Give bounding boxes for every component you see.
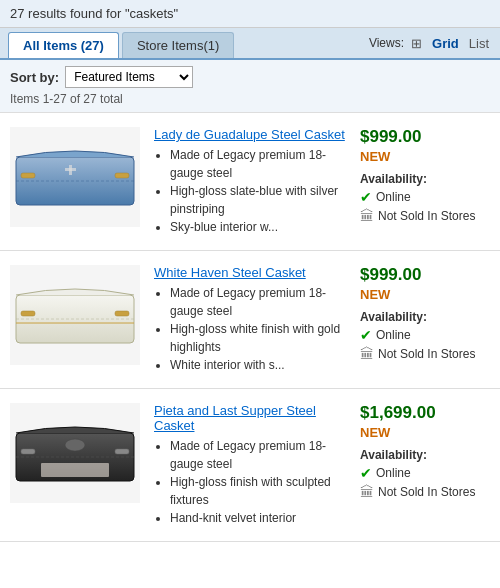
avail-store-row: 🏛 Not Sold In Stores xyxy=(360,208,490,224)
results-text: 27 results found for "caskets" xyxy=(10,6,178,21)
svg-point-15 xyxy=(65,439,85,451)
check-icon: ✔ xyxy=(360,189,372,205)
search-results-header: 27 results found for "caskets" xyxy=(0,0,500,28)
svg-rect-8 xyxy=(21,311,35,316)
avail-store-text: Not Sold In Stores xyxy=(378,209,475,223)
avail-online-text: Online xyxy=(376,466,411,480)
product-item: White Haven Steel Casket Made of Legacy … xyxy=(0,251,500,389)
avail-online-text: Online xyxy=(376,190,411,204)
list-view-icon[interactable]: List xyxy=(466,35,492,52)
svg-rect-3 xyxy=(115,173,129,178)
avail-online-row: ✔ Online xyxy=(360,189,490,205)
product-image xyxy=(10,265,140,365)
product-price-area: $999.00 NEW Availability: ✔ Online 🏛 Not… xyxy=(360,265,490,362)
sort-select[interactable]: Featured Items Price: Low to High Price:… xyxy=(65,66,193,88)
product-details: Lady de Guadalupe Steel Casket Made of L… xyxy=(150,127,350,236)
sort-bar: Sort by: Featured Items Price: Low to Hi… xyxy=(0,60,500,113)
tab-store-items[interactable]: Store Items(1) xyxy=(122,32,234,58)
product-title-link[interactable]: Pieta and Last Supper Steel Casket xyxy=(154,403,350,433)
svg-rect-9 xyxy=(115,311,129,316)
svg-rect-16 xyxy=(41,463,109,477)
casket-svg-dark xyxy=(11,413,139,493)
new-badge: NEW xyxy=(360,425,490,440)
bullet-item: High-gloss finish with sculpted fixtures xyxy=(170,473,350,509)
new-badge: NEW xyxy=(360,149,490,164)
new-badge: NEW xyxy=(360,287,490,302)
svg-rect-2 xyxy=(21,173,35,178)
store-icon: 🏛 xyxy=(360,484,374,500)
bullet-item: High-gloss slate-blue with silver pinstr… xyxy=(170,182,350,218)
product-bullets: Made of Legacy premium 18-gauge steel Hi… xyxy=(154,146,350,236)
bullet-item: Hand-knit velvet interior xyxy=(170,509,350,527)
product-item: Pieta and Last Supper Steel Casket Made … xyxy=(0,389,500,542)
sort-row: Sort by: Featured Items Price: Low to Hi… xyxy=(10,66,490,88)
views-label: Views: xyxy=(369,36,404,50)
bullet-item: High-gloss white finish with gold highli… xyxy=(170,320,350,356)
product-item: Lady de Guadalupe Steel Casket Made of L… xyxy=(0,113,500,251)
product-price: $1,699.00 xyxy=(360,403,436,422)
availability-label: Availability: xyxy=(360,310,490,324)
grid-view-icon[interactable]: Grid xyxy=(429,35,462,52)
avail-online-row: ✔ Online xyxy=(360,465,490,481)
availability-label: Availability: xyxy=(360,448,490,462)
product-price: $999.00 xyxy=(360,127,421,146)
views-area: Views: ⊞ Grid List xyxy=(369,35,492,56)
grid2-view-icon[interactable]: ⊞ xyxy=(408,35,425,52)
availability-label: Availability: xyxy=(360,172,490,186)
casket-svg-white xyxy=(11,275,139,355)
avail-store-text: Not Sold In Stores xyxy=(378,485,475,499)
items-count: Items 1-27 of 27 total xyxy=(10,92,490,106)
product-price-area: $999.00 NEW Availability: ✔ Online 🏛 Not… xyxy=(360,127,490,224)
store-icon: 🏛 xyxy=(360,346,374,362)
product-bullets: Made of Legacy premium 18-gauge steel Hi… xyxy=(154,437,350,527)
tabs-bar: All Items (27) Store Items(1) Views: ⊞ G… xyxy=(0,28,500,60)
product-title-link[interactable]: Lady de Guadalupe Steel Casket xyxy=(154,127,350,142)
product-image xyxy=(10,403,140,503)
product-list: Lady de Guadalupe Steel Casket Made of L… xyxy=(0,113,500,542)
product-price-area: $1,699.00 NEW Availability: ✔ Online 🏛 N… xyxy=(360,403,490,500)
bullet-item: Made of Legacy premium 18-gauge steel xyxy=(170,284,350,320)
bullet-item: Sky-blue interior w... xyxy=(170,218,350,236)
check-icon: ✔ xyxy=(360,465,372,481)
avail-online-row: ✔ Online xyxy=(360,327,490,343)
avail-online-text: Online xyxy=(376,328,411,342)
svg-rect-5 xyxy=(65,168,76,171)
product-bullets: Made of Legacy premium 18-gauge steel Hi… xyxy=(154,284,350,374)
bullet-item: Made of Legacy premium 18-gauge steel xyxy=(170,146,350,182)
product-details: White Haven Steel Casket Made of Legacy … xyxy=(150,265,350,374)
bullet-item: White interior with s... xyxy=(170,356,350,374)
avail-store-text: Not Sold In Stores xyxy=(378,347,475,361)
avail-store-row: 🏛 Not Sold In Stores xyxy=(360,484,490,500)
product-title-link[interactable]: White Haven Steel Casket xyxy=(154,265,350,280)
casket-svg-blue xyxy=(11,137,139,217)
svg-rect-13 xyxy=(21,449,35,454)
tab-all-items[interactable]: All Items (27) xyxy=(8,32,119,58)
product-image xyxy=(10,127,140,227)
svg-rect-14 xyxy=(115,449,129,454)
bullet-item: Made of Legacy premium 18-gauge steel xyxy=(170,437,350,473)
check-icon: ✔ xyxy=(360,327,372,343)
store-icon: 🏛 xyxy=(360,208,374,224)
product-price: $999.00 xyxy=(360,265,421,284)
avail-store-row: 🏛 Not Sold In Stores xyxy=(360,346,490,362)
product-details: Pieta and Last Supper Steel Casket Made … xyxy=(150,403,350,527)
sort-label: Sort by: xyxy=(10,70,59,85)
